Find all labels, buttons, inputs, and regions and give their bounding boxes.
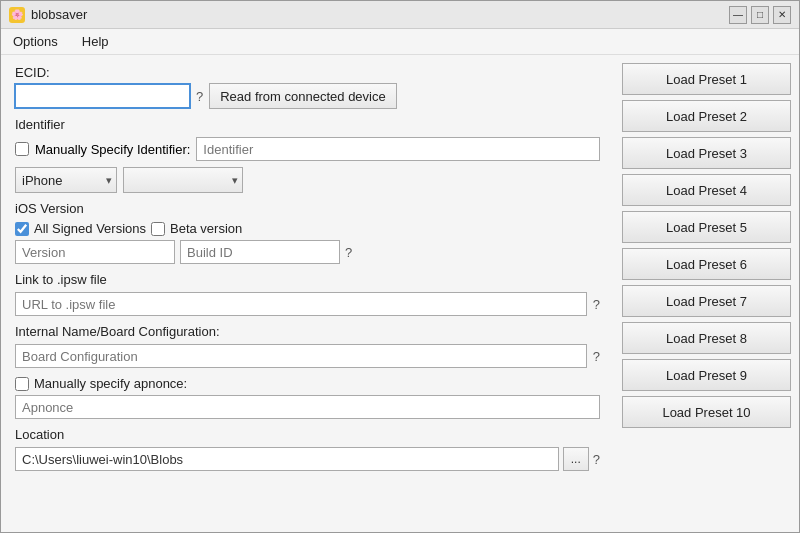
all-signed-checkbox[interactable] xyxy=(15,222,29,236)
ios-version-label: iOS Version xyxy=(15,201,600,216)
preset-btn-2[interactable]: Load Preset 2 xyxy=(622,100,791,132)
ipsw-help-icon: ? xyxy=(593,297,600,312)
preset-btn-8[interactable]: Load Preset 8 xyxy=(622,322,791,354)
title-bar-left: 🌸 blobsaver xyxy=(9,7,87,23)
window-title: blobsaver xyxy=(31,7,87,22)
location-row: ... ? xyxy=(15,447,600,471)
preset-btn-7[interactable]: Load Preset 7 xyxy=(622,285,791,317)
version-help-icon: ? xyxy=(345,245,352,260)
preset-btn-10[interactable]: Load Preset 10 xyxy=(622,396,791,428)
ipsw-group: Link to .ipsw file ? xyxy=(15,272,600,316)
ecid-label: ECID: xyxy=(15,65,600,80)
close-button[interactable]: ✕ xyxy=(773,6,791,24)
ipsw-row: ? xyxy=(15,292,600,316)
device-model-row: iPhone iPad iPod Apple TV Apple Watch xyxy=(15,167,600,193)
apnonce-checkbox-row: Manually specify apnonce: xyxy=(15,376,600,391)
ios-version-group: iOS Version All Signed Versions Beta ver… xyxy=(15,201,600,264)
preset-btn-3[interactable]: Load Preset 3 xyxy=(622,137,791,169)
location-section-label: Location xyxy=(15,427,600,442)
menu-help[interactable]: Help xyxy=(70,31,121,52)
board-section-label: Internal Name/Board Configuration: xyxy=(15,324,600,339)
ecid-help-icon: ? xyxy=(196,89,203,104)
preset-btn-6[interactable]: Load Preset 6 xyxy=(622,248,791,280)
beta-label[interactable]: Beta version xyxy=(170,221,242,236)
location-help-icon: ? xyxy=(593,452,600,467)
board-row: ? xyxy=(15,344,600,368)
identifier-group: Identifier Manually Specify Identifier: … xyxy=(15,117,600,193)
maximize-button[interactable]: □ xyxy=(751,6,769,24)
board-help-icon: ? xyxy=(593,349,600,364)
device-type-select[interactable]: iPhone iPad iPod Apple TV Apple Watch xyxy=(15,167,117,193)
model-wrapper xyxy=(123,167,243,193)
preset-btn-9[interactable]: Load Preset 9 xyxy=(622,359,791,391)
preset-btn-4[interactable]: Load Preset 4 xyxy=(622,174,791,206)
preset-btn-5[interactable]: Load Preset 5 xyxy=(622,211,791,243)
apnonce-checkbox[interactable] xyxy=(15,377,29,391)
manually-specify-checkbox[interactable] xyxy=(15,142,29,156)
all-signed-label[interactable]: All Signed Versions xyxy=(34,221,146,236)
manually-specify-label[interactable]: Manually Specify Identifier: xyxy=(35,142,190,157)
version-build-row: ? xyxy=(15,240,600,264)
minimize-button[interactable]: — xyxy=(729,6,747,24)
left-panel: ECID: ? Read from connected device Ident… xyxy=(1,55,614,489)
content-area: ECID: ? Read from connected device Ident… xyxy=(1,55,799,489)
ecid-row: ? Read from connected device xyxy=(15,83,600,109)
location-group: Location ... ? xyxy=(15,427,600,471)
manually-specify-row: Manually Specify Identifier: xyxy=(15,137,600,161)
device-type-wrapper: iPhone iPad iPod Apple TV Apple Watch xyxy=(15,167,117,193)
ipsw-section-label: Link to .ipsw file xyxy=(15,272,600,287)
presets-panel: Load Preset 1 Load Preset 2 Load Preset … xyxy=(614,55,799,489)
read-device-button[interactable]: Read from connected device xyxy=(209,83,396,109)
signed-versions-row: All Signed Versions Beta version xyxy=(15,221,600,236)
title-bar: 🌸 blobsaver — □ ✕ xyxy=(1,1,799,29)
window-controls: — □ ✕ xyxy=(729,6,791,24)
buildid-input[interactable] xyxy=(180,240,340,264)
identifier-section-label: Identifier xyxy=(15,117,600,132)
apnonce-label[interactable]: Manually specify apnonce: xyxy=(34,376,187,391)
model-select[interactable] xyxy=(123,167,243,193)
main-window: 🌸 blobsaver — □ ✕ Options Help ECID: ? R… xyxy=(0,0,800,533)
ecid-input[interactable] xyxy=(15,84,190,108)
menu-bar: Options Help xyxy=(1,29,799,55)
apnonce-input[interactable] xyxy=(15,395,600,419)
board-input[interactable] xyxy=(15,344,587,368)
ecid-group: ECID: ? Read from connected device xyxy=(15,65,600,109)
version-input[interactable] xyxy=(15,240,175,264)
location-input[interactable] xyxy=(15,447,559,471)
menu-options[interactable]: Options xyxy=(1,31,70,52)
identifier-input[interactable] xyxy=(196,137,600,161)
browse-button[interactable]: ... xyxy=(563,447,589,471)
app-icon: 🌸 xyxy=(9,7,25,23)
board-config-group: Internal Name/Board Configuration: ? xyxy=(15,324,600,368)
ipsw-input[interactable] xyxy=(15,292,587,316)
apnonce-group: Manually specify apnonce: xyxy=(15,376,600,419)
preset-btn-1[interactable]: Load Preset 1 xyxy=(622,63,791,95)
beta-checkbox[interactable] xyxy=(151,222,165,236)
